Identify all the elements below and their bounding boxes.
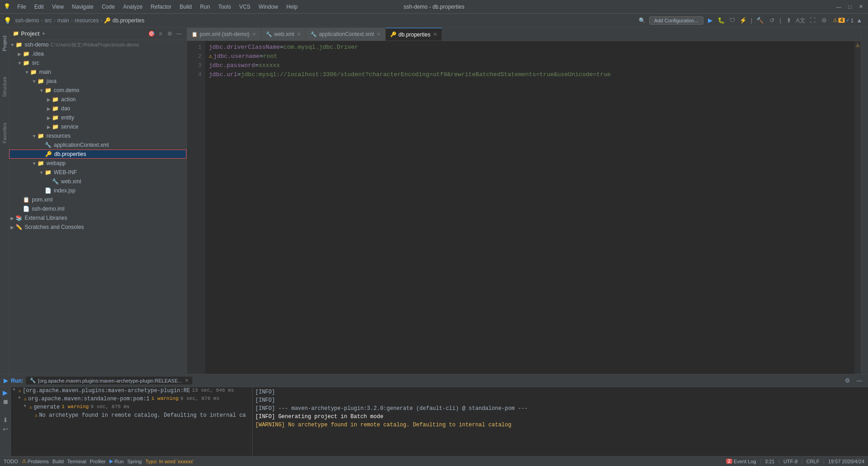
tree-item-pom-xml[interactable]: 📋 pom.xml [9,195,186,204]
appcontext-tab-icon: 🔧 [310,31,317,37]
hide-panel-button[interactable]: — [175,30,183,38]
tree-item-idea[interactable]: ▶ 📁 .idea [9,49,186,58]
structure-tab-label[interactable]: Structure [1,73,8,101]
tree-item-external-libraries[interactable]: ▶ 📚 External Libraries [9,213,186,223]
tab-web-xml[interactable]: 🔧 web.xml ✕ [261,28,306,41]
tab-web-close[interactable]: ✕ [297,31,301,37]
encoding-indicator[interactable]: UTF-8 [783,459,797,464]
tree-item-entity[interactable]: ▶ 📁 entity [9,113,186,122]
tree-item-src[interactable]: ▼ 📁 src [9,58,186,67]
lib-icon: 📚 [16,215,23,221]
tree-item-applicationcontext[interactable]: 🔧 applicationContext.xml [9,140,186,150]
menu-run[interactable]: Run [196,3,214,11]
menu-help[interactable]: Help [283,3,301,11]
tree-item-java[interactable]: ▼ 📁 java [9,77,186,86]
run-tab-close[interactable]: ✕ [185,378,189,383]
run-again-button[interactable]: ▶ [3,389,8,396]
tree-item-webapp[interactable]: ▼ 📁 webapp [9,159,186,168]
tab-db-properties[interactable]: 🔑 db.properties ✕ [386,28,442,41]
favorites-tab-label[interactable]: Favorites [1,119,8,147]
close-button[interactable]: ✕ [857,3,864,10]
tree-item-ssh-demo[interactable]: ▼ 📁 ssh-demo C:\Users\徐文冲\IdeaProjects\s… [9,40,186,49]
run-settings-button[interactable]: ⚙ [842,376,852,386]
tree-item-iml[interactable]: 📄 ssh-demo.iml [9,204,186,213]
tab-applicationcontext-xml[interactable]: 🔧 applicationContext.xml ✕ [306,28,386,41]
update-button[interactable]: ↺ [767,16,777,26]
minimize-button[interactable]: — [835,3,842,10]
menu-view[interactable]: View [48,3,67,11]
tree-item-db-properties[interactable]: 🔑 db.properties [9,150,186,159]
tree-item-com-demo[interactable]: ▼ 📁 com.demo [9,86,186,95]
tree-item-web-xml[interactable]: 🔧 web.xml [9,177,186,186]
profiler-item[interactable]: Profiler [90,459,106,464]
tab-appcontext-close[interactable]: ✕ [377,31,381,37]
tree-item-scratches[interactable]: ▶ ✏️ Scratches and Consoles [9,223,186,232]
run-item-generate[interactable]: ▼ ⚠ generate 1 warning 9 sec, 875 ms [11,404,252,412]
breadcrumb-resources[interactable]: resources [75,17,99,24]
expand-indicator-button[interactable]: ▲ [854,16,864,26]
tree-item-resources[interactable]: ▼ 📁 resources [9,131,186,140]
run-button[interactable]: ▶ [705,16,715,26]
breadcrumb-src[interactable]: src [45,17,52,24]
menu-edit[interactable]: Edit [31,3,47,11]
maximize-button[interactable]: □ [846,3,853,10]
run-item-status[interactable]: ▶ Run [109,458,124,464]
profile-button[interactable]: ⚡ [738,16,748,26]
menu-file[interactable]: File [14,3,30,11]
run-item-no-archetype[interactable]: ⚠ No archetype found in remote catalog. … [11,412,252,420]
run-with-coverage-button[interactable]: 🛡 [727,16,737,26]
debug-button[interactable]: 🐛 [716,16,726,26]
use-soft-wraps-button[interactable]: ↩ [3,425,8,433]
tree-item-dao[interactable]: ▶ 📁 dao [9,104,186,113]
code-editor[interactable]: jdbc.driverClassName=com.mysql.jdbc.Driv… [205,41,854,374]
build-button[interactable]: 🔨 [755,16,765,26]
translate-button[interactable]: A文 [796,16,806,26]
time-text: 19:57 [828,459,841,464]
menu-navigate[interactable]: Navigate [68,3,97,11]
terminal-item[interactable]: Terminal [67,459,87,464]
label-action: action [61,96,76,103]
scroll-to-end-button[interactable]: ⬇ [3,416,8,424]
tree-item-webinf[interactable]: ▼ 📁 WEB-INF [9,168,186,177]
run-item-standalone-pom[interactable]: ▼ ⚠ org.apache.maven:standalone-pom:pom:… [11,395,252,404]
breadcrumb-ssh-demo[interactable]: ssh-demo [15,17,39,24]
tree-item-index-jsp[interactable]: 📄 index.jsp [9,186,186,195]
add-configuration-button[interactable]: Add Configuration... [649,16,703,25]
tab-pom-close[interactable]: ✕ [252,31,256,37]
expand-button[interactable]: ⛶ [807,16,817,26]
collapse-all-button[interactable]: ≡ [156,30,165,38]
problems-item[interactable]: ⚠ Problems [22,458,49,464]
locate-file-button[interactable]: 🎯 [147,30,155,38]
menu-tools[interactable]: Tools [215,3,235,11]
position-indicator[interactable]: 3:21 [765,459,775,464]
spring-item[interactable]: Spring [127,459,142,464]
menu-window[interactable]: Window [255,3,282,11]
menu-analyze[interactable]: Analyze [119,3,146,11]
tree-item-action[interactable]: ▶ 📁 action [9,95,186,104]
event-log-item[interactable]: 2 Event Log [726,459,756,464]
tree-item-service[interactable]: ▶ 📁 service [9,122,186,131]
menu-code[interactable]: Code [98,3,119,11]
build-item[interactable]: Build [52,459,63,464]
panel-dropdown-icon[interactable]: ▾ [42,31,45,36]
menu-vcs[interactable]: VCS [236,3,254,11]
label-service: service [61,124,78,130]
tab-db-close[interactable]: ✕ [433,31,437,37]
breadcrumb-main[interactable]: main [57,17,69,24]
settings-button[interactable]: ⚙ [819,16,829,26]
arrow-scratches: ▶ [9,225,16,230]
stop-button[interactable]: ⏹ [2,398,9,405]
run-play-button[interactable]: ▶ [4,377,8,384]
run-tab[interactable]: 🔧 [org.apache.maven.plugins:maven-archet… [26,377,192,384]
tab-pom-xml[interactable]: 📋 pom.xml (ssh-demo) ✕ [187,28,261,41]
tree-item-main[interactable]: ▼ 📁 main [9,67,186,77]
menu-build[interactable]: Build [176,3,196,11]
vcs-button[interactable]: ⬆ [784,16,794,26]
run-hide-button[interactable]: — [854,376,864,386]
menu-refactor[interactable]: Refactor [147,3,175,11]
panel-settings-button[interactable]: ⚙ [165,30,174,38]
run-item-root[interactable]: ▼ ⚠ [org.apache.maven.plugins:maven-arch… [11,387,252,395]
todo-item[interactable]: TODO [4,459,18,464]
project-tab-label[interactable]: Project [1,32,8,55]
line-sep-indicator[interactable]: CRLF [806,459,820,464]
